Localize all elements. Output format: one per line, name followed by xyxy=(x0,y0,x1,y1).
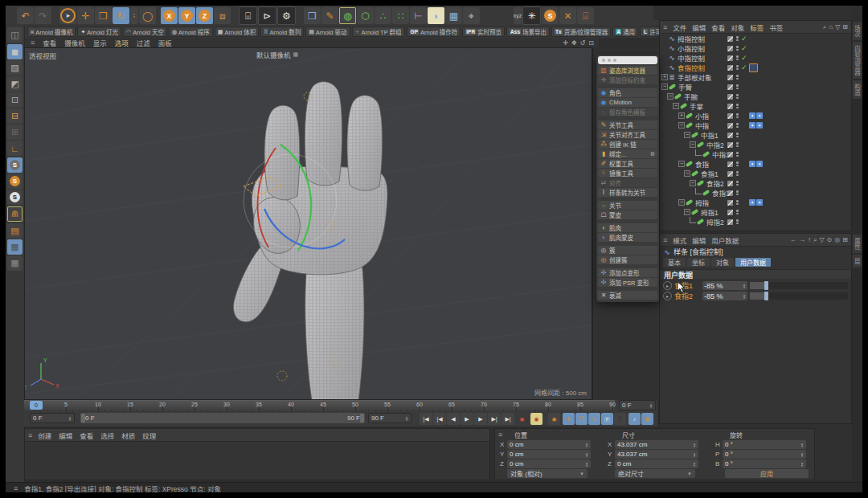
spinner-arrows-icon[interactable]: ▲▼ xyxy=(693,443,696,447)
coord-value-field[interactable]: 0 °▲▼ xyxy=(723,450,806,459)
palette-item[interactable]: ⌔关节 xyxy=(598,201,657,210)
points-mode[interactable]: ⊡ xyxy=(7,92,23,108)
arnold-tab[interactable]: IPR实时预览 xyxy=(462,27,505,37)
size-mode-dropdown[interactable]: 绝对尺寸▼ xyxy=(615,469,695,478)
palette-item[interactable]: ✣添加点变形 xyxy=(598,268,657,277)
object-row[interactable]: −食指✦✦ xyxy=(660,159,851,169)
param-expander-icon[interactable]: ▸ xyxy=(663,292,672,300)
plane-toggle[interactable]: ▦ xyxy=(7,255,23,271)
range-grabber-right[interactable] xyxy=(360,414,364,422)
param-slider[interactable] xyxy=(750,282,848,289)
filter-display[interactable]: ✳ xyxy=(522,6,541,25)
preview-range-slider[interactable]: 0 F 90 F xyxy=(80,413,365,423)
object-row[interactable]: +≣手部根对象 xyxy=(660,72,851,82)
move-tool[interactable]: ✛ xyxy=(77,7,94,24)
next-key-button[interactable]: ▶| xyxy=(488,413,501,425)
object-row[interactable]: −拇指1 xyxy=(660,207,851,217)
expander-icon[interactable]: + xyxy=(661,74,668,80)
visibility-dots-icon[interactable] xyxy=(736,123,739,128)
axis-mode[interactable]: ∟ xyxy=(7,141,23,156)
arnold-tab[interactable]: ◍Arnold 程序 xyxy=(169,27,213,37)
visibility-dots-icon[interactable] xyxy=(736,75,739,80)
range-grabber-left[interactable] xyxy=(81,414,85,422)
edges-mode[interactable]: ⊟ xyxy=(7,108,23,124)
visibility-dots-icon[interactable] xyxy=(736,65,739,70)
key-pla-toggle[interactable]: ⠿ xyxy=(614,413,626,425)
apply-button[interactable]: 应用 xyxy=(725,469,809,478)
spinner-arrows-icon[interactable]: ▲▼ xyxy=(800,462,804,467)
pen-spline-tool[interactable]: ✎ xyxy=(321,7,338,24)
material-menu-item[interactable]: 查看 xyxy=(80,431,93,440)
next-frame-button[interactable]: ▶ xyxy=(474,413,487,425)
tool-history[interactable]: ⁞ xyxy=(130,7,138,24)
coord-value-field[interactable]: 0 cm▲▼ xyxy=(507,440,591,449)
visibility-dots-icon[interactable] xyxy=(736,210,739,214)
status-menu-icon[interactable]: ≡ xyxy=(14,484,18,492)
viewport-maximize-icon[interactable]: ⊡ xyxy=(588,39,594,47)
range-start-field[interactable]: 0 F▲▼ xyxy=(30,413,75,423)
object-row[interactable]: −手臂 xyxy=(660,82,851,92)
expander-icon[interactable]: + xyxy=(678,112,685,119)
ik-tag-icons[interactable]: ✦✦ xyxy=(749,161,763,167)
range-end-field[interactable]: 90 F▲▼ xyxy=(368,413,411,423)
expander-icon[interactable]: − xyxy=(673,103,679,109)
arnold-tab[interactable]: GPArnold 操作符 xyxy=(407,27,461,37)
viewport-menu-item[interactable]: 查看 xyxy=(43,38,56,47)
object-row[interactable]: −食指1 xyxy=(660,169,851,178)
object-row[interactable]: −中指1 xyxy=(660,130,851,140)
arnold-tab[interactable]: ◠Arnold 天空 xyxy=(123,27,167,37)
object-row[interactable]: −手掌 xyxy=(660,101,851,111)
palette-item[interactable]: ☖蒙皮 xyxy=(598,210,657,219)
attribute-tab[interactable]: 坐标 xyxy=(687,258,710,267)
layer-color-icon[interactable] xyxy=(727,104,733,109)
material-menu-item[interactable]: 选择 xyxy=(100,431,114,440)
workplane-snap[interactable]: S xyxy=(7,190,23,205)
viewport-menu-item[interactable]: 过滤 xyxy=(137,38,150,47)
enabled-check-icon[interactable]: ✓ xyxy=(741,63,747,71)
arnold-tab[interactable]: ⌸Arnold 摄像机 xyxy=(27,27,76,37)
xyz-display-toggle[interactable]: xyz xyxy=(514,7,522,24)
am-menu-icon[interactable]: ≡ xyxy=(663,236,667,244)
coord-value-field[interactable]: 0 cm▲▼ xyxy=(507,450,591,459)
rotate-tool[interactable]: ↻ xyxy=(113,7,129,24)
viewport-menu-icon[interactable]: ≡ xyxy=(31,39,35,47)
object-row[interactable]: −中指2 xyxy=(660,140,851,149)
deformers-menu[interactable]: ⊢ xyxy=(410,7,427,24)
object-row[interactable]: +小指✦✦ xyxy=(660,111,851,120)
user-data-section-header[interactable]: 用户数据 xyxy=(660,269,851,280)
layer-color-icon[interactable] xyxy=(727,181,733,186)
palette-item[interactable]: ▮绑定...⚙ xyxy=(598,149,657,158)
coord-value-field[interactable]: 43.037 cm▲▼ xyxy=(615,450,698,459)
cel-animation-toggle[interactable]: ▤ xyxy=(641,413,653,425)
arnold-tab[interactable]: ⠿Arnold 数列 xyxy=(260,27,304,37)
spinner-arrows-icon[interactable]: ▲▼ xyxy=(585,452,588,457)
object-row[interactable]: −拇指✦✦ xyxy=(660,198,851,207)
coord-value-field[interactable]: 43.037 cm▲▼ xyxy=(615,440,698,449)
layer-color-icon[interactable] xyxy=(727,94,733,100)
expander-icon[interactable]: − xyxy=(678,199,685,206)
quantize-toggle[interactable]: S xyxy=(7,173,23,189)
arnold-tab[interactable]: Ass场景导出 xyxy=(506,27,550,37)
object-row[interactable]: 拇指2 xyxy=(660,217,851,227)
viewport-pan-icon[interactable]: ✛ xyxy=(563,39,568,47)
visibility-dots-icon[interactable] xyxy=(736,219,739,224)
am-search-icon[interactable]: ⌕ xyxy=(813,236,817,244)
polygons-mode[interactable]: ⊞ xyxy=(7,124,23,140)
object-row[interactable]: −食指2 xyxy=(660,178,851,188)
layout-tab[interactable]: 内容浏览器 xyxy=(853,42,862,79)
volume-menu[interactable]: ∷ xyxy=(392,7,409,24)
layer-color-icon[interactable] xyxy=(727,133,733,138)
prev-frame-button[interactable]: ◀ xyxy=(447,413,460,425)
palette-item[interactable]: ⌇样条转为关节 xyxy=(598,188,657,197)
am-back-icon[interactable]: ← xyxy=(790,236,796,244)
visibility-dots-icon[interactable] xyxy=(736,46,739,51)
rig-mode[interactable]: ◫ xyxy=(7,27,23,43)
attribute-tab[interactable]: 用户数据 xyxy=(735,258,771,267)
om-menu-item[interactable]: 书签 xyxy=(769,22,783,32)
spinner-arrows-icon[interactable]: ▲▼ xyxy=(800,452,804,457)
layer-color-icon[interactable] xyxy=(727,123,733,129)
object-row[interactable]: −中指✦✦ xyxy=(660,120,851,130)
lock-z-axis[interactable]: Z xyxy=(196,7,213,24)
material-menu-item[interactable]: 材质 xyxy=(121,431,135,440)
spinner-arrows-icon[interactable]: ▲▼ xyxy=(585,443,588,447)
